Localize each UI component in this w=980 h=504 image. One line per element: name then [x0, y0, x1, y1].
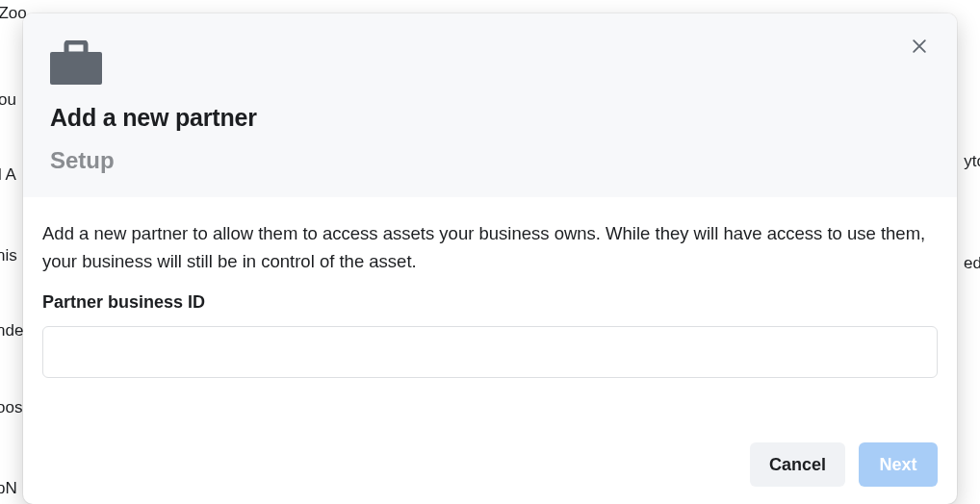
- bg-fragment: nis: [0, 246, 17, 265]
- svg-rect-1: [66, 42, 86, 54]
- bg-fragment: ed: [964, 254, 980, 273]
- modal-title: Add a new partner: [50, 104, 930, 132]
- bg-fragment: oos: [0, 398, 22, 417]
- modal-footer: Cancel Next: [23, 435, 957, 504]
- svg-rect-0: [50, 52, 102, 85]
- modal-description: Add a new partner to allow them to acces…: [42, 220, 938, 275]
- briefcase-icon: [50, 40, 930, 85]
- modal-header: Add a new partner Setup: [23, 13, 957, 197]
- next-button[interactable]: Next: [859, 442, 938, 487]
- bg-fragment: ou: [0, 90, 16, 110]
- bg-fragment: yto: [964, 152, 980, 171]
- partner-business-id-input[interactable]: [42, 326, 938, 378]
- modal-body: Add a new partner to allow them to acces…: [23, 197, 957, 435]
- cancel-button[interactable]: Cancel: [750, 442, 845, 487]
- bg-fragment: l A: [0, 165, 16, 185]
- partner-id-label: Partner business ID: [42, 292, 938, 313]
- close-button[interactable]: [903, 31, 936, 63]
- modal-subtitle: Setup: [50, 147, 930, 174]
- close-icon: [910, 37, 929, 59]
- add-partner-modal: Add a new partner Setup Add a new partne…: [23, 13, 957, 504]
- bg-fragment: pN: [0, 479, 17, 498]
- bg-fragment: nde: [0, 321, 23, 340]
